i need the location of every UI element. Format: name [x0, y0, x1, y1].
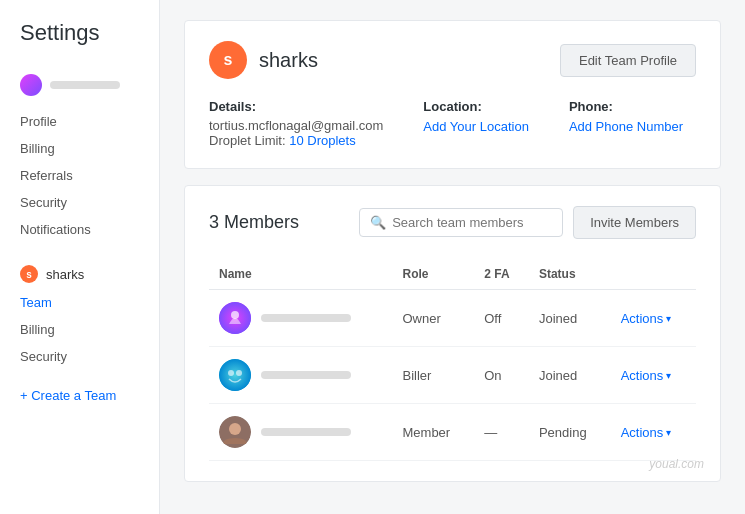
member-role-cell: Biller: [393, 347, 475, 404]
svg-point-1: [231, 311, 239, 319]
member-2fa-cell: —: [474, 404, 529, 461]
team-avatar: s: [209, 41, 247, 79]
team-name-heading: sharks: [259, 49, 318, 72]
sidebar-item-team-security[interactable]: Security: [0, 343, 159, 370]
chevron-down-icon: ▾: [666, 427, 671, 438]
profile-details: Details: tortius.mcflonagal@gmail.com Dr…: [209, 99, 696, 148]
main-content: s sharks Edit Team Profile Details: tort…: [160, 0, 745, 514]
svg-point-2: [219, 359, 251, 391]
sidebar-item-security[interactable]: Security: [0, 189, 159, 216]
col-status: Status: [529, 259, 611, 290]
avatar: [219, 359, 251, 391]
detail-droplet-limit: Droplet Limit: 10 Droplets: [209, 133, 383, 148]
member-name-bar: [261, 314, 351, 322]
sidebar-item-billing[interactable]: Billing: [0, 135, 159, 162]
chevron-down-icon: ▾: [666, 313, 671, 324]
member-cell: [219, 416, 383, 448]
actions-dropdown[interactable]: Actions ▾: [621, 311, 686, 326]
location-label: Location:: [423, 99, 529, 114]
sidebar-item-referrals[interactable]: Referrals: [0, 162, 159, 189]
member-name-bar: [261, 371, 351, 379]
search-input[interactable]: [392, 215, 552, 230]
table-row: Biller On Joined Actions ▾: [209, 347, 696, 404]
phone-label: Phone:: [569, 99, 683, 114]
edit-team-button[interactable]: Edit Team Profile: [560, 44, 696, 77]
members-header: 3 Members 🔍 Invite Members: [209, 206, 696, 239]
svg-point-3: [228, 370, 234, 376]
member-2fa-cell: Off: [474, 290, 529, 347]
sidebar-user-avatar: [20, 74, 42, 96]
sidebar-user-name-bar: [50, 81, 120, 89]
detail-col-location: Location: Add Your Location: [423, 99, 529, 148]
sidebar-team-name: sharks: [46, 267, 84, 282]
members-table: Name Role 2 FA Status: [209, 259, 696, 461]
search-icon: 🔍: [370, 215, 386, 230]
member-actions-cell: Actions ▾: [611, 404, 696, 461]
members-card: 3 Members 🔍 Invite Members Name Role 2 F…: [184, 185, 721, 482]
col-name: Name: [209, 259, 393, 290]
member-actions-cell: Actions ▾: [611, 290, 696, 347]
actions-dropdown[interactable]: Actions ▾: [621, 425, 686, 440]
profile-card: s sharks Edit Team Profile Details: tort…: [184, 20, 721, 169]
profile-identity: s sharks: [209, 41, 318, 79]
watermark: youal.com: [649, 457, 704, 471]
member-cell: [219, 359, 383, 391]
create-team-link[interactable]: + Create a Team: [0, 378, 159, 413]
member-status-cell: Joined: [529, 347, 611, 404]
sidebar-item-team[interactable]: Team: [0, 289, 159, 316]
sidebar-team-section: s sharks Team Billing Security: [0, 259, 159, 370]
member-2fa-cell: On: [474, 347, 529, 404]
add-phone-link[interactable]: Add Phone Number: [569, 119, 683, 134]
member-cell: [219, 302, 383, 334]
member-status-cell: Pending: [529, 404, 611, 461]
member-avatar-icon-2: [219, 359, 251, 391]
sidebar-user-row: [0, 66, 159, 104]
detail-email: tortius.mcflonagal@gmail.com: [209, 118, 383, 133]
member-name-cell: [209, 347, 393, 404]
member-actions-cell: Actions ▾: [611, 347, 696, 404]
add-location-link[interactable]: Add Your Location: [423, 119, 529, 134]
droplet-limit-link[interactable]: 10 Droplets: [289, 133, 355, 148]
details-label: Details:: [209, 99, 383, 114]
sidebar-item-profile[interactable]: Profile: [0, 108, 159, 135]
members-actions: 🔍 Invite Members: [359, 206, 696, 239]
svg-point-4: [236, 370, 242, 376]
member-name-cell: [209, 290, 393, 347]
member-role-cell: Member: [393, 404, 475, 461]
col-actions-header: [611, 259, 696, 290]
svg-point-6: [229, 423, 241, 435]
profile-header: s sharks Edit Team Profile: [209, 41, 696, 79]
sidebar-item-notifications[interactable]: Notifications: [0, 216, 159, 243]
avatar: [219, 416, 251, 448]
members-table-body: Owner Off Joined Actions ▾: [209, 290, 696, 461]
members-title: 3 Members: [209, 212, 299, 233]
avatar: [219, 302, 251, 334]
col-2fa: 2 FA: [474, 259, 529, 290]
members-table-head: Name Role 2 FA Status: [209, 259, 696, 290]
settings-title: Settings: [0, 20, 159, 66]
table-row: Owner Off Joined Actions ▾: [209, 290, 696, 347]
member-avatar-icon-1: [219, 302, 251, 334]
member-name-cell: [209, 404, 393, 461]
sidebar: Settings Profile Billing Referrals Secur…: [0, 0, 160, 514]
table-row: Member — Pending Actions ▾: [209, 404, 696, 461]
member-status-cell: Joined: [529, 290, 611, 347]
search-box: 🔍: [359, 208, 563, 237]
member-name-bar: [261, 428, 351, 436]
detail-col-info: Details: tortius.mcflonagal@gmail.com Dr…: [209, 99, 383, 148]
team-icon-dot: s: [20, 265, 38, 283]
invite-members-button[interactable]: Invite Members: [573, 206, 696, 239]
chevron-down-icon: ▾: [666, 370, 671, 381]
col-role: Role: [393, 259, 475, 290]
sidebar-team-header: s sharks: [0, 259, 159, 289]
detail-col-phone: Phone: Add Phone Number: [569, 99, 683, 148]
sidebar-item-team-billing[interactable]: Billing: [0, 316, 159, 343]
member-role-cell: Owner: [393, 290, 475, 347]
sidebar-main-nav: Profile Billing Referrals Security Notif…: [0, 108, 159, 243]
actions-dropdown[interactable]: Actions ▾: [621, 368, 686, 383]
member-avatar-photo: [219, 416, 251, 448]
